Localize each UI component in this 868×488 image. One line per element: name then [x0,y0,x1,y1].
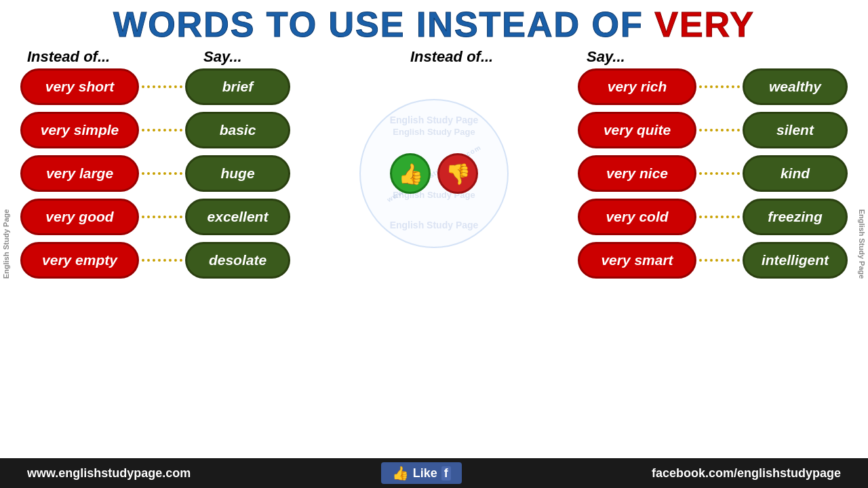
word-row-1: very simplebasicvery quitesilent [20,112,848,148]
footer-website: www.englishstudypage.com [27,466,191,481]
right-red-pill-4: very smart [578,242,696,279]
dot-line-left-1 [142,129,182,131]
left-red-pill-2: very large [20,155,139,192]
right-green-pill-1: silent [743,112,848,148]
right-green-pill-2: kind [743,155,848,192]
title-main: WORDS TO USE INSTEAD OF [113,5,654,44]
word-row-4: very emptydesolatevery smartintelligent [20,242,848,279]
page-title: WORDS TO USE INSTEAD OF VERY [0,0,868,47]
right-green-pill-3: freezing [743,199,848,235]
left-green-pill-2: huge [185,155,290,192]
left-red-pill-1: very simple [20,112,139,148]
thumbs-center: 👍 👎 [390,153,478,194]
like-button[interactable]: 👍 Like f [381,462,462,484]
dot-line-right-1 [699,129,740,131]
dot-line-left-0 [142,85,182,88]
like-label: Like [413,466,437,481]
left-red-pill-0: very short [20,68,139,105]
thumbs-down-icon: 👎 [437,153,478,194]
right-red-pill-3: very cold [578,199,696,235]
left-green-pill-3: excellent [185,199,290,235]
left-green-pill-0: brief [185,68,290,105]
header-instead-of-left: Instead of... [27,48,142,66]
left-red-pill-4: very empty [20,242,139,279]
dot-line-right-0 [699,85,740,88]
right-red-pill-2: very nice [578,155,696,192]
left-green-pill-1: basic [185,112,290,148]
right-green-pill-4: intelligent [743,242,848,279]
dot-line-left-4 [142,259,182,262]
footer: www.englishstudypage.com 👍 Like f facebo… [0,458,868,488]
dot-line-right-2 [699,172,740,175]
thumbs-up-icon: 👍 [390,153,431,194]
dot-line-right-3 [699,216,740,218]
headers-row: Instead of... Say... Instead of... Say..… [0,47,868,68]
dot-line-left-2 [142,172,182,175]
left-red-pill-3: very good [20,199,139,235]
header-say-left: Say... [203,48,312,66]
main-content: English Study Page English Study Page ww… [0,68,868,279]
right-green-pill-0: wealthy [743,68,848,105]
right-red-pill-0: very rich [578,68,696,105]
dot-line-right-4 [699,259,740,262]
footer-facebook: facebook.com/englishstudypage [652,466,841,481]
word-row-0: very shortbriefvery richwealthy [20,68,848,105]
left-green-pill-4: desolate [185,242,290,279]
right-red-pill-1: very quite [578,112,696,148]
word-row-3: very goodexcellentvery coldfreezing [20,199,848,235]
title-highlight: VERY [654,5,755,44]
header-instead-of-right: Instead of... [410,48,526,66]
dot-line-left-3 [142,216,182,218]
header-say-right: Say... [587,48,695,66]
facebook-icon: f [441,466,451,481]
